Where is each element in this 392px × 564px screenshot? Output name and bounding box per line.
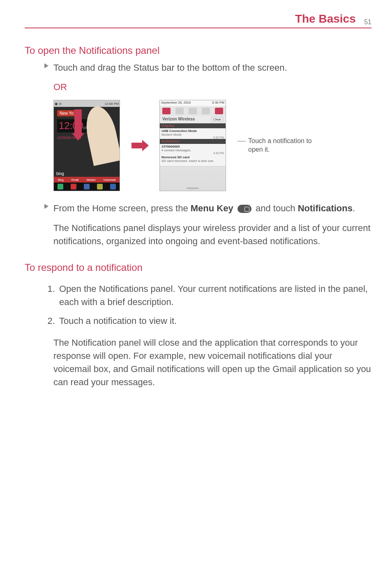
notification-time: 4:30 PM — [213, 152, 224, 155]
nav-bing[interactable]: Bing — [58, 178, 64, 181]
toggle-wifi-icon[interactable] — [175, 108, 184, 114]
instruction-menu-key: From the Home screen, press the Menu Key… — [53, 202, 371, 215]
notification-subtitle: SD card removed. Insert a new one. — [161, 159, 224, 163]
clock-widget: 12:00pm — [57, 119, 91, 132]
notification-sdcard[interactable]: Removed SD card SD card removed. Insert … — [160, 155, 226, 166]
heading-respond-notification: To respond to a notification — [25, 262, 371, 273]
quick-toggles — [160, 106, 226, 116]
toggle-gps-icon[interactable] — [202, 108, 210, 114]
nav-market[interactable]: Market — [87, 178, 95, 181]
panel-date: September 28, 2010 — [161, 101, 191, 106]
dock-messaging-icon[interactable] — [97, 184, 103, 190]
page-number: 51 — [364, 18, 371, 25]
callout-wrap: Touch a notification to open it. — [238, 137, 322, 154]
dock-apps-icon[interactable] — [84, 184, 90, 190]
shortcut-bar: Bing Email Market Voicemail — [54, 177, 120, 183]
notification-usb[interactable]: USB Connection Mode Modem Mode 5:35 PM — [160, 128, 226, 140]
panel-time: 6:30 PM — [212, 101, 224, 106]
heading-open-notifications: To open the Notifications panel — [25, 45, 371, 56]
dock-browser-icon[interactable] — [110, 184, 116, 190]
carrier-label: Verizon Wireless — [162, 117, 195, 121]
section-title: The Basics — [295, 12, 356, 25]
instruction-drag-statusbar: Touch and drag the Status bar to the bot… — [53, 61, 371, 74]
notifications-label: Notifications — [298, 203, 353, 213]
instruction-text-post: and touch — [256, 203, 298, 213]
step-1: Open the Notifications panel. Your curre… — [58, 282, 371, 309]
notification-messages[interactable]: 1579000005 4 unread messages. 4:30 PM — [160, 144, 226, 156]
bing-widget: bing — [56, 171, 64, 176]
dock-contacts-icon[interactable] — [71, 184, 76, 190]
nav-voicemail[interactable]: Voicemail — [103, 178, 115, 181]
steps-list: Open the Notifications panel. Your curre… — [46, 282, 371, 328]
status-bar[interactable]: ▣ ◎ 12:00 PM — [54, 100, 120, 107]
callout-text: Touch a notification to open it. — [248, 137, 322, 154]
dock-phone-icon[interactable] — [58, 184, 63, 190]
screenshot-home-screen: ▣ ◎ 12:00 PM New Yo 12:00pm 10/25/20 MON… — [53, 100, 120, 191]
toggle-bluetooth-icon[interactable] — [189, 108, 197, 114]
step-2: Touch a notification to view it. — [58, 314, 371, 328]
status-icons: ▣ ◎ — [55, 102, 62, 106]
screenshot-notifications-panel: September 28, 2010 6:30 PM Verizon Wirel… — [159, 100, 226, 191]
respond-description: The Notification panel will close and th… — [53, 336, 371, 389]
dock-bar — [54, 183, 120, 191]
toggle-sound-icon[interactable] — [162, 108, 171, 114]
page-header: The Basics 51 — [25, 12, 371, 28]
notification-title: 1579000005 — [161, 145, 224, 148]
notification-time: 5:35 PM — [213, 136, 224, 139]
finger-gesture-icon — [82, 104, 120, 166]
bullet-arrow-icon — [44, 63, 48, 68]
status-time: 12:00 PM — [105, 102, 119, 106]
callout-leader-line-icon — [238, 141, 246, 141]
toggle-airplane-icon[interactable] — [215, 108, 223, 114]
figure-notifications: ▣ ◎ 12:00 PM New Yo 12:00pm 10/25/20 MON… — [53, 100, 371, 191]
instruction-text: Touch and drag the Status bar to the bot… — [53, 62, 287, 73]
menu-key-icon — [238, 205, 251, 213]
panel-drag-handle-icon[interactable] — [187, 187, 199, 189]
bullet-arrow-icon — [44, 204, 48, 209]
instruction-text-pre: From the Home screen, press the — [53, 203, 191, 213]
weather-city: New Yo — [57, 110, 76, 116]
menu-key-label: Menu Key — [191, 203, 233, 213]
clear-button[interactable]: Clear — [211, 117, 223, 122]
nav-email[interactable]: Email — [71, 178, 79, 181]
notification-title: USB Connection Mode — [161, 129, 224, 133]
notification-title: Removed SD card — [161, 155, 224, 159]
panel-description: The Notifications panel displays your wi… — [53, 222, 371, 248]
or-separator: OR — [53, 82, 371, 92]
period: . — [353, 203, 355, 213]
swipe-down-arrow-icon — [74, 109, 82, 134]
